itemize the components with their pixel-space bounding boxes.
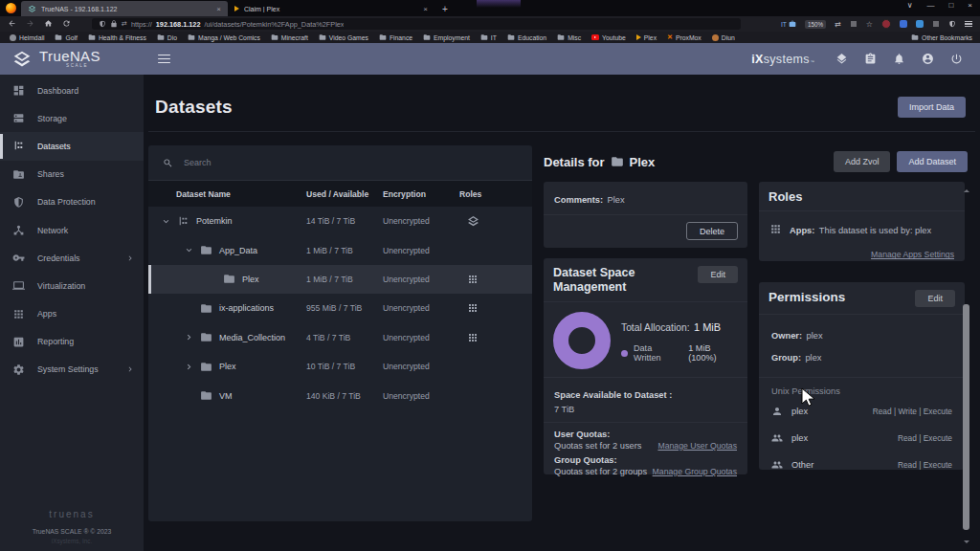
bookmark-item[interactable]: Plex bbox=[636, 34, 657, 41]
bookmark-item[interactable]: Education bbox=[507, 33, 546, 41]
maximize-button[interactable]: □ bbox=[948, 1, 953, 10]
chevron-right-icon bbox=[125, 364, 135, 374]
column-encryption[interactable]: Encryption bbox=[383, 189, 450, 199]
sidebar-item-datasets[interactable]: Datasets bbox=[0, 132, 144, 160]
dataset-row[interactable]: VM140 KiB / 7 TiBUnencrypted bbox=[148, 381, 532, 409]
bookmark-item[interactable]: Finance bbox=[379, 33, 412, 41]
bookmark-item[interactable]: IT bbox=[480, 33, 497, 41]
window-close-button[interactable]: × bbox=[968, 1, 972, 10]
manage-apps-settings-link[interactable]: Manage Apps Settings bbox=[871, 250, 954, 259]
details-scrollbar[interactable] bbox=[961, 187, 971, 545]
extension-icon[interactable] bbox=[881, 19, 891, 29]
add-dataset-button[interactable]: Add Dataset bbox=[897, 151, 968, 172]
chevron-down-icon[interactable] bbox=[161, 216, 177, 227]
translate-icon[interactable]: ⇄ bbox=[835, 20, 841, 29]
tab-close-icon[interactable]: × bbox=[423, 5, 428, 13]
sidebar-item-dashboard[interactable]: Dashboard bbox=[0, 77, 144, 104]
extension-icon[interactable] bbox=[916, 20, 924, 28]
column-roles[interactable]: Roles bbox=[450, 189, 532, 199]
search-box[interactable] bbox=[148, 145, 532, 181]
extension-icon[interactable] bbox=[900, 20, 907, 28]
bookmark-item[interactable]: Misc bbox=[557, 33, 581, 41]
manage-user-quotas-link[interactable]: Manage User Quotas bbox=[657, 441, 737, 451]
sidebar-item-reporting[interactable]: Reporting bbox=[0, 328, 144, 356]
forward-icon[interactable] bbox=[26, 19, 34, 28]
zoom-level-badge[interactable]: 150% bbox=[805, 20, 826, 29]
sidebar-item-network[interactable]: Network bbox=[0, 216, 144, 244]
import-data-button[interactable]: Import Data bbox=[898, 97, 966, 118]
dataset-row[interactable]: Plex10 TiB / 7 TiBUnencrypted bbox=[148, 352, 532, 381]
extensions-grid-icon[interactable] bbox=[850, 20, 858, 28]
sidebar-item-storage[interactable]: Storage bbox=[0, 104, 144, 132]
tab-close-icon[interactable]: × bbox=[216, 5, 221, 13]
shield-icon bbox=[948, 20, 956, 28]
chevron-right-icon[interactable] bbox=[184, 362, 200, 372]
back-icon[interactable] bbox=[8, 19, 16, 28]
add-zvol-button[interactable]: Add Zvol bbox=[834, 151, 891, 172]
bookmark-item[interactable]: Health & Fitness bbox=[88, 33, 146, 41]
manage-group-quotas-link[interactable]: Manage Group Quotas bbox=[653, 467, 737, 476]
lock-icon[interactable] bbox=[110, 20, 118, 28]
sidebar-item-data-protection[interactable]: Data Protection bbox=[0, 188, 144, 216]
power-button[interactable] bbox=[950, 53, 963, 65]
bookmark-item[interactable]: Diun bbox=[712, 34, 735, 41]
minimize-button[interactable]: — bbox=[926, 1, 934, 10]
clipboard-button[interactable] bbox=[864, 53, 877, 65]
permissions-icon[interactable]: ⇄ bbox=[122, 20, 127, 28]
scroll-up-icon[interactable] bbox=[964, 189, 969, 192]
sidebar-item-apps[interactable]: Apps bbox=[0, 300, 144, 328]
firefox-icon[interactable] bbox=[6, 3, 16, 13]
tabs-dropdown-icon[interactable]: ∨ bbox=[907, 1, 913, 10]
bookmark-item[interactable]: ✕ProxMox bbox=[667, 33, 702, 41]
column-used-available[interactable]: Used / Available bbox=[306, 189, 383, 199]
bookmark-star-icon[interactable]: ☆ bbox=[866, 20, 873, 29]
chevron-right-icon[interactable] bbox=[184, 332, 200, 342]
dataset-row[interactable]: Potemkin14 TiB / 7 TiBUnencrypted bbox=[148, 207, 532, 235]
layers-button[interactable] bbox=[835, 53, 848, 65]
chevron-down-icon[interactable] bbox=[184, 245, 200, 255]
sidebar-item-shares[interactable]: Shares bbox=[0, 161, 144, 188]
sidebar-item-label: System Settings bbox=[37, 364, 99, 374]
account-icon[interactable] bbox=[948, 20, 956, 28]
bookmark-item[interactable]: Video Games bbox=[319, 33, 368, 41]
browser-tab[interactable]: Claim | Plex× bbox=[228, 1, 434, 16]
new-tab-button[interactable]: + bbox=[442, 4, 448, 14]
bookmark-item[interactable]: Manga / Web Comics bbox=[188, 33, 260, 41]
dataset-row[interactable]: ix-applications955 MiB / 7 TiBUnencrypte… bbox=[148, 294, 532, 322]
url-bar[interactable]: ⇄ https://192.168.1.122/ui/datasets/Pote… bbox=[92, 18, 741, 30]
tracking-shield-icon[interactable] bbox=[99, 20, 106, 28]
bookmark-item[interactable]: Dio bbox=[157, 33, 177, 41]
bookmark-item[interactable]: Heimdall bbox=[10, 34, 44, 41]
sidenav-toggle-icon[interactable] bbox=[158, 52, 170, 65]
refresh-icon[interactable] bbox=[62, 19, 71, 28]
sidebar-item-credentials[interactable]: Credentials bbox=[0, 244, 144, 272]
bell-button[interactable] bbox=[893, 53, 905, 65]
group-value: plex bbox=[805, 353, 821, 363]
search-input[interactable] bbox=[182, 157, 518, 168]
browser-tab[interactable]: TrueNAS - 192.168.1.122× bbox=[21, 1, 228, 16]
bookmark-item[interactable]: Youtube bbox=[591, 34, 626, 41]
space-edit-button[interactable]: Edit bbox=[698, 266, 738, 283]
delete-button[interactable]: Delete bbox=[686, 222, 738, 240]
sidebar-item-virtualization[interactable]: Virtualization bbox=[0, 272, 144, 299]
menu-icon[interactable] bbox=[965, 19, 972, 28]
account-button[interactable] bbox=[922, 53, 934, 65]
briefcase-icon bbox=[789, 20, 796, 28]
bookmark-item[interactable]: Golf bbox=[55, 33, 77, 41]
other-bookmarks[interactable]: Other Bookmarks bbox=[911, 33, 972, 41]
dataset-row[interactable]: App_Data1 MiB / 7 TiBUnencrypted bbox=[148, 235, 532, 264]
sidebar-item-system-settings[interactable]: System Settings bbox=[0, 356, 144, 384]
scroll-down-icon[interactable] bbox=[964, 540, 969, 543]
dataset-row[interactable]: Plex1 MiB / 7 TiBUnencrypted bbox=[148, 265, 532, 294]
back-icon bbox=[8, 19, 16, 28]
truenas-logo[interactable]: TrueNAS SCALE bbox=[0, 49, 144, 69]
extension-icon[interactable] bbox=[932, 20, 940, 28]
bookmark-item[interactable]: Minecraft bbox=[271, 33, 308, 41]
permissions-edit-button[interactable]: Edit bbox=[915, 290, 955, 307]
scrollbar-thumb[interactable] bbox=[963, 304, 969, 530]
dataset-row[interactable]: Media_Collection4 TiB / 7 TiBUnencrypted bbox=[148, 323, 532, 352]
home-icon[interactable] bbox=[44, 19, 53, 28]
column-dataset-name[interactable]: Dataset Name bbox=[148, 189, 306, 199]
divider bbox=[148, 131, 975, 132]
bookmark-item[interactable]: Employment bbox=[423, 33, 470, 41]
